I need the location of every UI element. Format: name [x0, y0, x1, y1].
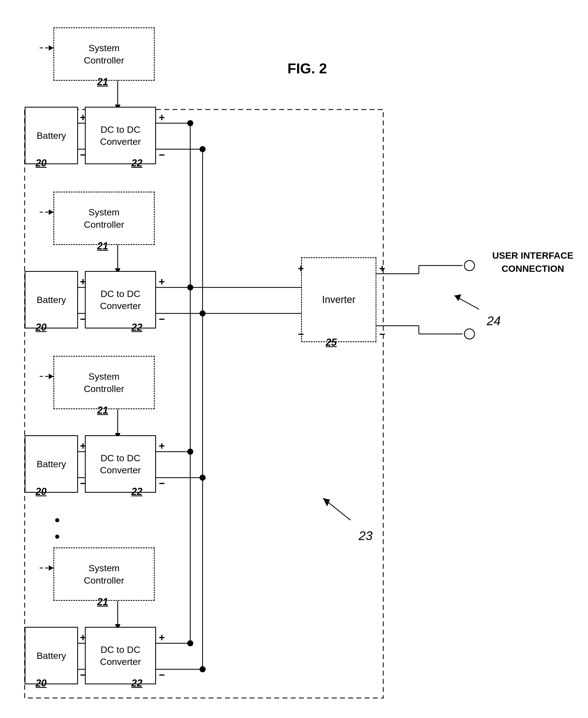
bat3-plus: +: [80, 440, 86, 452]
inv-in-plus: +: [298, 263, 304, 275]
syscontroller-2-label: System Controller: [84, 206, 124, 230]
conv1-out-minus: −: [159, 149, 165, 161]
converter-4-label: DC to DC Converter: [100, 643, 141, 668]
junction-dot-m2-plus: [187, 284, 193, 291]
svg-line-60: [455, 296, 479, 309]
ref-24-label: 24: [487, 313, 501, 328]
conv2-out-minus: −: [159, 313, 165, 325]
svg-marker-13: [49, 209, 54, 215]
syscontroller-4-num: 21: [97, 596, 108, 608]
junction-dot-m3-plus: [187, 449, 193, 455]
junction-dot-m3-minus: [200, 474, 206, 481]
inverter-num: 25: [326, 337, 337, 348]
battery-1-label: Battery: [37, 129, 66, 142]
svg-marker-3: [49, 45, 54, 51]
syscontroller-2-num: 21: [97, 240, 108, 252]
terminal-minus: [464, 329, 475, 339]
svg-marker-33: [49, 565, 54, 571]
ref-23-label: 23: [359, 528, 373, 543]
syscontroller-4: System Controller: [54, 547, 155, 601]
battery-4: Battery: [25, 627, 78, 684]
battery-4-num: 20: [36, 677, 46, 689]
battery-1: Battery: [25, 107, 78, 164]
user-interface-label: USER INTERFACE CONNECTION: [478, 249, 588, 275]
converter-4: DC to DC Converter: [85, 627, 156, 684]
converter-3-label: DC to DC Converter: [100, 452, 141, 476]
battery-2-num: 20: [36, 322, 46, 333]
junction-dot-m4-plus: [187, 640, 193, 646]
svg-line-58: [323, 498, 350, 520]
bat4-plus: +: [80, 632, 86, 643]
inv-in-minus: −: [298, 329, 304, 340]
battery-3-num: 20: [36, 486, 46, 498]
battery-4-label: Battery: [37, 650, 66, 662]
syscontroller-4-label: System Controller: [84, 562, 124, 586]
bat3-minus: −: [80, 478, 86, 489]
bat1-plus: +: [80, 112, 86, 124]
conv4-out-minus: −: [159, 669, 165, 681]
bat4-minus: −: [80, 669, 86, 681]
converter-3: DC to DC Converter: [85, 435, 156, 493]
diagram-container: System Controller 21 Battery 20 DC to DC…: [0, 0, 588, 718]
bat2-plus: +: [80, 276, 86, 288]
converter-1-label: DC to DC Converter: [100, 124, 141, 148]
converter-1-num: 22: [131, 157, 142, 169]
syscontroller-3: System Controller: [54, 356, 155, 409]
bat2-minus: −: [80, 313, 86, 325]
battery-3-label: Battery: [37, 458, 66, 470]
fig-label: FIG. 2: [288, 60, 327, 77]
inverter: Inverter: [301, 257, 376, 342]
syscontroller-3-num: 21: [97, 405, 108, 416]
junction-dot-m4-minus: [200, 666, 206, 672]
converter-2: DC to DC Converter: [85, 271, 156, 329]
conv3-out-minus: −: [159, 478, 165, 489]
converter-3-num: 22: [131, 486, 142, 498]
conv4-out-plus: +: [159, 632, 165, 643]
converter-2-label: DC to DC Converter: [100, 288, 141, 312]
inverter-label: Inverter: [322, 293, 355, 306]
syscontroller-3-label: System Controller: [84, 371, 124, 395]
inv-out-minus: −: [379, 329, 385, 340]
battery-2: Battery: [25, 271, 78, 329]
converter-4-num: 22: [131, 677, 142, 689]
bat1-minus: −: [80, 149, 86, 161]
junction-dot-m1-plus: [187, 120, 193, 126]
battery-1-num: 20: [36, 157, 46, 169]
conv3-out-plus: +: [159, 440, 165, 452]
syscontroller-1-label: System Controller: [84, 42, 124, 66]
inv-out-plus: +: [379, 263, 385, 275]
svg-marker-23: [49, 374, 54, 379]
syscontroller-2: System Controller: [54, 192, 155, 245]
junction-dot-m2-minus: [200, 311, 206, 316]
syscontroller-1: System Controller: [54, 27, 155, 81]
converter-2-num: 22: [131, 322, 142, 333]
battery-2-label: Battery: [37, 294, 66, 306]
battery-3: Battery: [25, 435, 78, 493]
junction-dot-m1-minus: [200, 146, 206, 152]
conv1-out-plus: +: [159, 112, 165, 124]
svg-marker-61: [455, 294, 461, 301]
terminal-plus: [464, 260, 475, 271]
svg-marker-59: [323, 498, 330, 506]
syscontroller-1-num: 21: [97, 76, 108, 88]
converter-1: DC to DC Converter: [85, 107, 156, 164]
conv2-out-plus: +: [159, 276, 165, 288]
